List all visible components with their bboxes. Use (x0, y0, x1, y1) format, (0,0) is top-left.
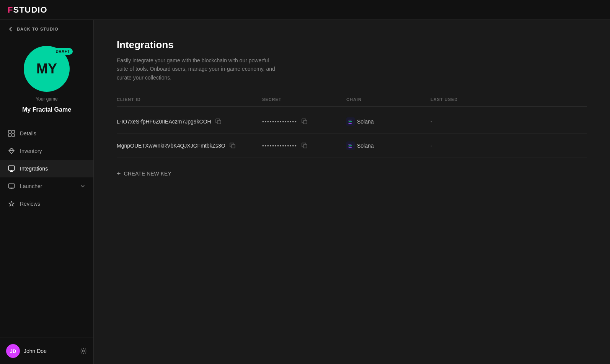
header-client-id: CLIENT ID (117, 97, 262, 102)
create-key-label: CREATE NEW KEY (124, 171, 171, 177)
solana-icon-2: Solana (346, 141, 374, 150)
svg-rect-7 (217, 120, 221, 124)
header-chain: CHAIN (346, 97, 431, 102)
header-secret: SECRET (262, 97, 346, 102)
back-arrow-icon (8, 26, 14, 32)
solana-icon-1: Solana (346, 117, 374, 126)
svg-rect-3 (12, 134, 15, 136)
last-used-cell-1: - (431, 119, 499, 125)
last-used-value-1: - (431, 119, 432, 125)
svg-rect-4 (9, 166, 15, 171)
sidebar-item-integrations[interactable]: Integrations (0, 160, 93, 177)
sidebar: BACK TO STUDIO MY DRAFT Your game My Fra… (0, 0, 94, 364)
user-avatar: JD (6, 344, 20, 358)
sidebar-item-launcher-label: Launcher (20, 183, 42, 189)
svg-rect-11 (303, 145, 307, 148)
nav-menu: Details Inventory Integrations (0, 121, 93, 338)
plus-icon: + (117, 170, 121, 177)
logo-studio: STUDIO (13, 5, 47, 15)
settings-icon[interactable] (80, 347, 87, 355)
secret-value-2: •••••••••••••• (262, 143, 297, 149)
client-id-value-1: L-IO7xeS-fpHF6Z0IIEAczm7Jpg9kCOH (117, 119, 211, 125)
star-icon (8, 200, 15, 208)
sidebar-item-integrations-label: Integrations (20, 166, 48, 172)
page-title: Integrations (117, 39, 587, 51)
chevron-down-icon (80, 183, 86, 189)
header-last-used: LAST USED (431, 97, 499, 102)
back-to-studio-link[interactable]: BACK TO STUDIO (0, 20, 93, 38)
chain-cell-2: Solana (346, 141, 431, 150)
game-profile: MY DRAFT Your game My Fractal Game (0, 38, 93, 121)
sidebar-item-details[interactable]: Details (0, 125, 93, 142)
chain-value-1: Solana (357, 119, 374, 125)
integrations-table: CLIENT ID SECRET CHAIN LAST USED L-IO7xe… (117, 97, 587, 158)
copy-secret-2-icon[interactable] (301, 142, 308, 149)
draft-badge: DRAFT (53, 48, 73, 55)
svg-rect-2 (8, 134, 11, 136)
copy-client-id-1-icon[interactable] (215, 118, 222, 125)
table-header: CLIENT ID SECRET CHAIN LAST USED (117, 97, 587, 107)
chain-cell-1: Solana (346, 117, 431, 126)
user-name: John Doe (24, 348, 76, 354)
svg-rect-0 (8, 130, 11, 133)
screen-icon (8, 182, 15, 190)
sidebar-item-reviews-label: Reviews (20, 201, 40, 207)
svg-point-6 (83, 350, 85, 352)
table-row: L-IO7xeS-fpHF6Z0IIEAczm7Jpg9kCOH •••••••… (117, 110, 587, 134)
game-label: Your game (36, 96, 58, 102)
svg-rect-10 (232, 145, 235, 148)
logo-f: F (8, 5, 13, 15)
back-to-studio-label: BACK TO STUDIO (17, 27, 59, 31)
table-row: MgnpOUETXwWnkRVbK4QJXJGFmtbkZs3O •••••••… (117, 134, 587, 158)
integrations-icon (8, 165, 15, 172)
sidebar-footer: JD John Doe (0, 338, 93, 364)
last-used-value-2: - (431, 143, 432, 149)
client-id-value-2: MgnpOUETXwWnkRVbK4QJXJGFmtbkZs3O (117, 143, 225, 149)
sidebar-item-inventory[interactable]: Inventory (0, 142, 93, 160)
copy-client-id-2-icon[interactable] (229, 142, 236, 149)
copy-secret-1-icon[interactable] (301, 118, 308, 125)
client-id-cell-1: L-IO7xeS-fpHF6Z0IIEAczm7Jpg9kCOH (117, 118, 262, 125)
sidebar-item-reviews[interactable]: Reviews (0, 195, 93, 213)
client-id-cell-2: MgnpOUETXwWnkRVbK4QJXJGFmtbkZs3O (117, 142, 262, 149)
svg-rect-8 (303, 120, 307, 124)
topbar: FSTUDIO (0, 0, 610, 20)
secret-cell-1: •••••••••••••• (262, 118, 346, 125)
secret-cell-2: •••••••••••••• (262, 142, 346, 149)
main-content: Integrations Easily integrate your game … (94, 20, 610, 364)
svg-rect-1 (12, 130, 15, 133)
game-name: My Fractal Game (22, 106, 71, 113)
last-used-cell-2: - (431, 143, 499, 149)
sidebar-item-inventory-label: Inventory (20, 148, 42, 154)
diamond-icon (8, 147, 15, 155)
chain-value-2: Solana (357, 143, 374, 149)
grid-icon (8, 130, 15, 137)
page-description: Easily integrate your game with the bloc… (117, 56, 277, 82)
secret-value-1: •••••••••••••• (262, 119, 297, 125)
create-new-key-button[interactable]: + CREATE NEW KEY (117, 167, 171, 180)
sidebar-item-launcher[interactable]: Launcher (0, 177, 93, 195)
game-avatar-container: MY DRAFT (24, 46, 70, 92)
svg-rect-5 (9, 184, 15, 188)
logo: FSTUDIO (8, 5, 47, 15)
sidebar-item-details-label: Details (20, 130, 36, 136)
